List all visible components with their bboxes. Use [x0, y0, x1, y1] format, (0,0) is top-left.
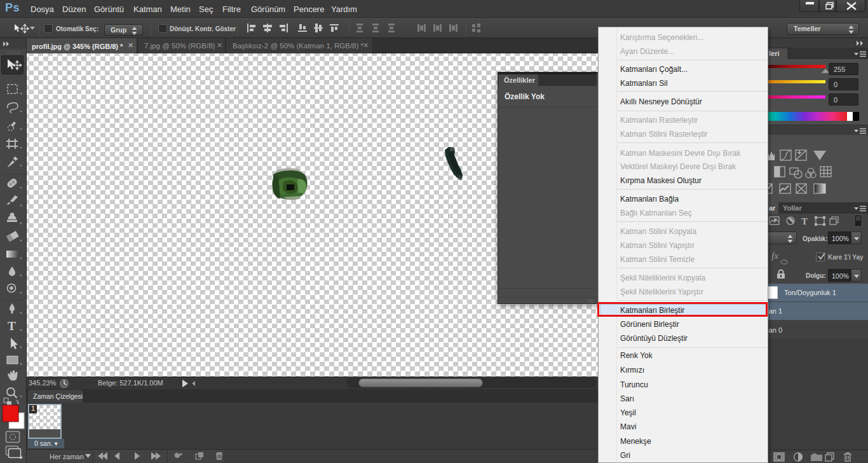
svg-text:T: T [801, 216, 808, 226]
svg-text:T: T [8, 319, 16, 333]
